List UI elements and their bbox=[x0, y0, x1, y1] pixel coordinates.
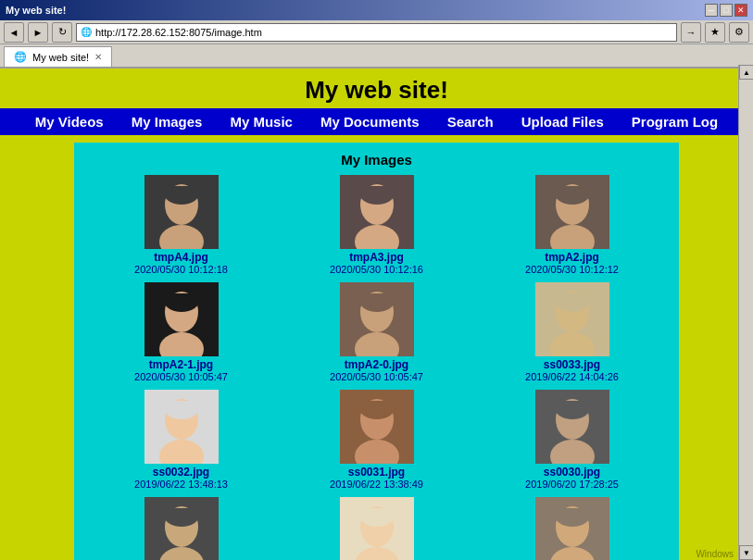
image-date: 2020/05/30 10:12:16 bbox=[330, 264, 423, 275]
window-title: My web site! bbox=[6, 5, 66, 16]
list-item[interactable]: tmpA2-1.jpg2020/05/30 10:05:47 bbox=[107, 282, 256, 382]
image-date: 2019/06/22 14:04:26 bbox=[525, 371, 619, 382]
image-thumbnail[interactable] bbox=[144, 390, 219, 464]
image-thumbnail[interactable] bbox=[144, 282, 219, 356]
list-item[interactable]: tmpA4.jpg2020/05/30 10:12:18 bbox=[107, 175, 256, 275]
images-row: ss0032.jpg2019/06/22 13:48:13ss0031.jpg2… bbox=[83, 390, 670, 490]
image-filename: ss0031.jpg bbox=[348, 466, 405, 479]
tab-icon: 🌐 bbox=[14, 51, 27, 63]
image-thumbnail[interactable] bbox=[535, 282, 609, 356]
image-thumbnail[interactable] bbox=[340, 497, 414, 560]
image-date: 2020/05/30 10:12:12 bbox=[525, 264, 619, 275]
scroll-up-button[interactable]: ▲ bbox=[739, 65, 753, 80]
image-thumbnail[interactable] bbox=[535, 390, 609, 464]
tools-button[interactable]: ⚙ bbox=[729, 22, 749, 43]
back-button[interactable]: ◄ bbox=[4, 22, 24, 43]
list-item[interactable]: ss0030.jpg2019/06/20 17:28:25 bbox=[498, 390, 646, 490]
list-item[interactable]: tmpA2.jpg2020/05/30 10:12:12 bbox=[498, 175, 646, 275]
close-button[interactable]: ✕ bbox=[734, 4, 747, 17]
image-thumbnail[interactable] bbox=[340, 390, 414, 464]
list-item[interactable]: tmpA3.jpg2020/05/30 10:12:16 bbox=[303, 175, 451, 275]
globe-icon: 🌐 bbox=[81, 27, 92, 37]
list-item[interactable]: ss0027.jpg2019/06/20 16:23:07 bbox=[498, 497, 646, 560]
page-header: My web site! bbox=[0, 68, 753, 108]
image-date: 2019/06/20 17:28:25 bbox=[525, 479, 619, 490]
nav-my-documents[interactable]: My Documents bbox=[320, 114, 420, 130]
tab-bar: 🌐 My web site! ✕ bbox=[0, 44, 753, 68]
image-thumbnail[interactable] bbox=[340, 175, 414, 249]
active-tab[interactable]: 🌐 My web site! ✕ bbox=[4, 46, 112, 67]
nav-my-music[interactable]: My Music bbox=[230, 114, 293, 130]
title-bar: My web site! ─ □ ✕ bbox=[0, 0, 753, 20]
image-filename: tmpA2.jpg bbox=[545, 251, 599, 264]
list-item[interactable]: tmpA2-0.jpg2020/05/30 10:05:47 bbox=[303, 282, 451, 382]
address-input[interactable] bbox=[95, 27, 672, 38]
refresh-button[interactable]: ↻ bbox=[52, 22, 72, 43]
window-controls[interactable]: ─ □ ✕ bbox=[705, 4, 747, 17]
image-filename: tmpA2-0.jpg bbox=[345, 358, 408, 371]
nav-upload-files[interactable]: Upload Files bbox=[521, 114, 604, 130]
minimize-button[interactable]: ─ bbox=[705, 4, 718, 17]
nav-bar: My Videos My Images My Music My Document… bbox=[0, 108, 753, 135]
watermark: Windows bbox=[693, 548, 736, 560]
browser-toolbar: ◄ ► ↻ 🌐 → ★ ⚙ bbox=[0, 20, 753, 44]
tab-close-button[interactable]: ✕ bbox=[94, 52, 102, 62]
list-item[interactable]: ss0033.jpg2019/06/22 14:04:26 bbox=[498, 282, 646, 382]
section-title: My Images bbox=[83, 152, 670, 168]
images-grid: tmpA4.jpg2020/05/30 10:12:18tmpA3.jpg202… bbox=[83, 175, 670, 560]
image-filename: tmpA4.jpg bbox=[154, 251, 208, 264]
main-content: My Images tmpA4.jpg2020/05/30 10:12:18tm… bbox=[74, 143, 679, 560]
images-row: ss0029.jpg2019/06/20 17:24:40ss0028.jpg2… bbox=[83, 497, 670, 560]
list-item[interactable]: ss0029.jpg2019/06/20 17:24:40 bbox=[107, 497, 256, 560]
image-filename: tmpA3.jpg bbox=[349, 251, 404, 264]
scroll-down-button[interactable]: ▼ bbox=[739, 545, 753, 560]
nav-my-videos[interactable]: My Videos bbox=[35, 114, 104, 130]
images-row: tmpA4.jpg2020/05/30 10:12:18tmpA3.jpg202… bbox=[83, 175, 670, 275]
image-filename: ss0033.jpg bbox=[544, 358, 600, 371]
scrollbar[interactable]: ▲ ▼ bbox=[738, 65, 753, 560]
image-thumbnail[interactable] bbox=[144, 175, 219, 249]
forward-button[interactable]: ► bbox=[28, 22, 48, 43]
image-thumbnail[interactable] bbox=[535, 175, 609, 249]
image-date: 2019/06/22 13:48:13 bbox=[134, 479, 228, 490]
nav-program-log[interactable]: Program Log bbox=[632, 114, 718, 130]
go-button[interactable]: → bbox=[681, 22, 701, 43]
nav-search[interactable]: Search bbox=[447, 114, 494, 130]
favorites-button[interactable]: ★ bbox=[705, 22, 725, 43]
image-date: 2019/06/22 13:38:49 bbox=[330, 479, 423, 490]
list-item[interactable]: ss0032.jpg2019/06/22 13:48:13 bbox=[107, 390, 256, 490]
image-thumbnail[interactable] bbox=[340, 282, 414, 356]
address-bar[interactable]: 🌐 bbox=[76, 23, 677, 42]
nav-my-images[interactable]: My Images bbox=[132, 114, 203, 130]
images-row: tmpA2-1.jpg2020/05/30 10:05:47tmpA2-0.jp… bbox=[83, 282, 670, 382]
page-title: My web site! bbox=[0, 76, 753, 105]
image-thumbnail[interactable] bbox=[144, 497, 219, 560]
image-date: 2020/05/30 10:05:47 bbox=[330, 371, 423, 382]
list-item[interactable]: ss0028.jpg2019/06/20 17:22:39 bbox=[303, 497, 451, 560]
image-thumbnail[interactable] bbox=[535, 497, 609, 560]
scroll-thumb[interactable] bbox=[739, 80, 753, 545]
list-item[interactable]: ss0031.jpg2019/06/22 13:38:49 bbox=[303, 390, 451, 490]
tab-label: My web site! bbox=[32, 52, 89, 63]
image-date: 2020/05/30 10:05:47 bbox=[134, 371, 228, 382]
image-filename: ss0030.jpg bbox=[544, 466, 600, 479]
image-filename: tmpA2-1.jpg bbox=[149, 358, 213, 371]
image-date: 2020/05/30 10:12:18 bbox=[134, 264, 228, 275]
maximize-button[interactable]: □ bbox=[720, 4, 733, 17]
image-filename: ss0032.jpg bbox=[153, 466, 209, 479]
